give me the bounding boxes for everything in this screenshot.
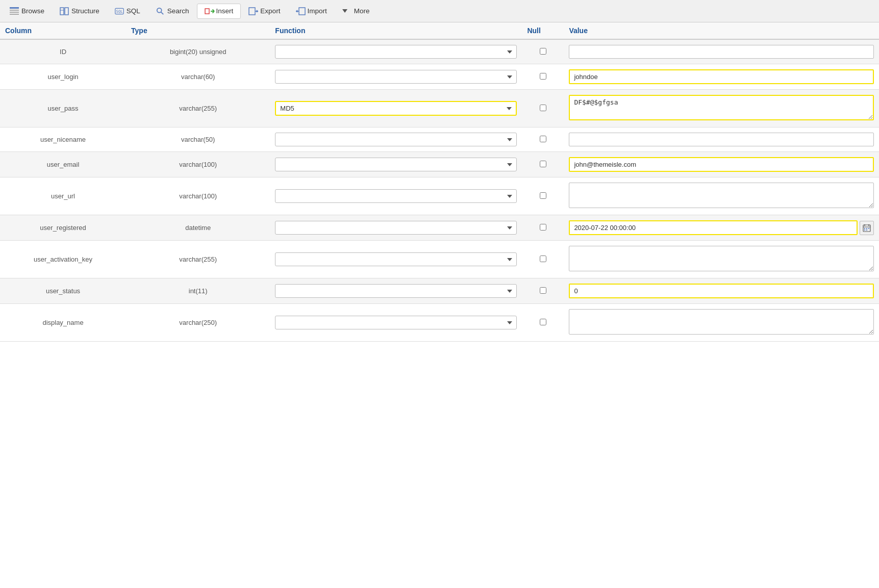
table-row: user_activation_keyvarchar(255)NONEMD5SH… bbox=[0, 241, 879, 278]
more-icon bbox=[342, 7, 351, 15]
export-icon bbox=[248, 7, 258, 15]
svg-rect-5 bbox=[65, 8, 68, 15]
table-icon bbox=[10, 7, 19, 15]
svg-rect-26 bbox=[864, 228, 865, 229]
header-null: Null bbox=[522, 22, 564, 39]
nav-bar: BrowseStructureSQLSQLSearchInsertExportI… bbox=[0, 0, 879, 22]
row-7-null-cell bbox=[522, 241, 564, 278]
row-8-column: user_status bbox=[0, 278, 126, 304]
row-7-null-checkbox[interactable] bbox=[540, 255, 546, 262]
row-5-value-cell bbox=[564, 177, 879, 215]
svg-line-10 bbox=[161, 12, 163, 14]
row-7-type: varchar(255) bbox=[126, 241, 270, 278]
row-0-value-input[interactable] bbox=[569, 45, 874, 59]
row-4-value-input[interactable] bbox=[569, 157, 874, 172]
table-header-row: Column Type Function Null Value bbox=[0, 22, 879, 39]
row-3-function-select[interactable]: NONEMD5SHA1 bbox=[275, 133, 517, 146]
row-9-function-select[interactable]: NONEMD5SHA1 bbox=[275, 316, 517, 329]
svg-point-9 bbox=[157, 8, 162, 12]
table-row: user_statusint(11)NONEMD5SHA1 bbox=[0, 278, 879, 304]
header-value: Value bbox=[564, 22, 879, 39]
svg-rect-15 bbox=[249, 8, 255, 15]
svg-rect-30 bbox=[866, 229, 867, 231]
svg-marker-21 bbox=[342, 9, 347, 13]
svg-rect-11 bbox=[205, 9, 209, 14]
row-0-type: bigint(20) unsigned bbox=[126, 39, 270, 64]
nav-item-insert[interactable]: Insert bbox=[197, 4, 241, 19]
row-6-column: user_registered bbox=[0, 215, 126, 241]
nav-label-more: More bbox=[354, 7, 370, 15]
row-6-datetime-input[interactable] bbox=[569, 220, 858, 235]
row-9-function-cell: NONEMD5SHA1 bbox=[270, 304, 522, 342]
row-4-column: user_email bbox=[0, 152, 126, 177]
row-5-type: varchar(100) bbox=[126, 177, 270, 215]
row-6-value-cell bbox=[564, 215, 879, 241]
row-5-function-cell: NONEMD5SHA1 bbox=[270, 177, 522, 215]
row-4-null-checkbox[interactable] bbox=[540, 161, 546, 167]
row-2-function-select[interactable]: MD5SHA1AES_ENCRYPTAES_DECRYPTDES_ENCRYPT… bbox=[275, 101, 517, 116]
svg-rect-28 bbox=[868, 228, 869, 229]
row-8-null-checkbox[interactable] bbox=[540, 287, 546, 294]
row-6-calendar-button[interactable] bbox=[860, 221, 874, 235]
nav-item-browse[interactable]: Browse bbox=[2, 4, 52, 19]
row-5-function-select[interactable]: NONEMD5SHA1 bbox=[275, 189, 517, 203]
insert-icon bbox=[205, 7, 214, 15]
nav-label-import: Import bbox=[307, 7, 327, 15]
row-9-type: varchar(250) bbox=[126, 304, 270, 342]
row-0-null-checkbox[interactable] bbox=[540, 48, 546, 55]
nav-label-search: Search bbox=[167, 7, 189, 15]
header-function: Function bbox=[270, 22, 522, 39]
row-3-value-input[interactable] bbox=[569, 133, 874, 146]
row-1-function-select[interactable]: NONEMD5SHA1 bbox=[275, 70, 517, 84]
nav-item-import[interactable]: Import bbox=[288, 4, 334, 19]
row-8-value-input[interactable] bbox=[569, 284, 874, 298]
nav-item-export[interactable]: Export bbox=[241, 4, 288, 19]
row-8-function-select[interactable]: NONEMD5SHA1 bbox=[275, 284, 517, 298]
nav-item-sql[interactable]: SQLSQL bbox=[107, 4, 148, 19]
row-6-function-select[interactable]: NONEMD5SHA1 bbox=[275, 221, 517, 235]
row-1-null-checkbox[interactable] bbox=[540, 73, 546, 80]
nav-label-export: Export bbox=[260, 7, 280, 15]
row-4-function-select[interactable]: NONEMD5SHA1 bbox=[275, 158, 517, 171]
row-3-null-checkbox[interactable] bbox=[540, 136, 546, 142]
row-2-function-cell: MD5SHA1AES_ENCRYPTAES_DECRYPTDES_ENCRYPT… bbox=[270, 90, 522, 127]
structure-icon bbox=[60, 7, 69, 15]
nav-item-more[interactable]: More bbox=[335, 4, 378, 19]
row-1-column: user_login bbox=[0, 64, 126, 90]
svg-rect-27 bbox=[866, 228, 867, 229]
row-5-value-textarea[interactable] bbox=[569, 183, 874, 208]
row-8-value-cell bbox=[564, 278, 879, 304]
row-9-column: display_name bbox=[0, 304, 126, 342]
row-0-function-select[interactable]: NONEMD5SHA1 bbox=[275, 45, 517, 59]
nav-item-structure[interactable]: Structure bbox=[52, 4, 107, 19]
row-5-null-checkbox[interactable] bbox=[540, 192, 546, 199]
row-1-value-input[interactable] bbox=[569, 69, 874, 84]
table-row: user_registereddatetimeNONEMD5SHA1 bbox=[0, 215, 879, 241]
table-row: user_urlvarchar(100)NONEMD5SHA1 bbox=[0, 177, 879, 215]
row-2-type: varchar(255) bbox=[126, 90, 270, 127]
svg-marker-20 bbox=[296, 10, 297, 13]
svg-rect-18 bbox=[299, 8, 305, 15]
row-9-value-textarea[interactable] bbox=[569, 309, 874, 335]
row-9-null-checkbox[interactable] bbox=[540, 319, 546, 325]
nav-label-structure: Structure bbox=[71, 7, 99, 15]
nav-item-search[interactable]: Search bbox=[148, 4, 197, 19]
row-6-datetime-wrapper bbox=[569, 220, 874, 235]
row-2-value-textarea[interactable] bbox=[569, 95, 874, 120]
table-row: user_nicenamevarchar(50)NONEMD5SHA1 bbox=[0, 127, 879, 152]
row-2-null-checkbox[interactable] bbox=[540, 105, 546, 111]
row-6-null-checkbox[interactable] bbox=[540, 224, 546, 231]
row-4-type: varchar(100) bbox=[126, 152, 270, 177]
svg-rect-0 bbox=[10, 7, 19, 9]
table-row: IDbigint(20) unsignedNONEMD5SHA1 bbox=[0, 39, 879, 64]
svg-rect-4 bbox=[60, 8, 64, 15]
row-3-null-cell bbox=[522, 127, 564, 152]
svg-text:SQL: SQL bbox=[116, 9, 123, 14]
row-0-column: ID bbox=[0, 39, 126, 64]
svg-rect-3 bbox=[10, 14, 19, 15]
svg-rect-2 bbox=[10, 12, 19, 13]
row-6-type: datetime bbox=[126, 215, 270, 241]
row-7-function-select[interactable]: NONEMD5SHA1 bbox=[275, 252, 517, 266]
row-4-null-cell bbox=[522, 152, 564, 177]
row-7-value-textarea[interactable] bbox=[569, 246, 874, 271]
